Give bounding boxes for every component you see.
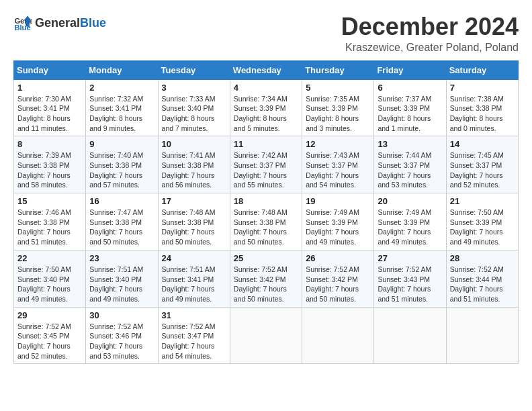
day-number: 8 — [17, 139, 82, 149]
day-number: 15 — [17, 196, 82, 206]
calendar-cell: 11 Sunrise: 7:42 AM Sunset: 3:37 PM Dayl… — [230, 136, 302, 193]
day-info: Sunrise: 7:52 AM Sunset: 3:42 PM Dayligh… — [234, 265, 298, 304]
day-number: 7 — [450, 83, 515, 93]
calendar-cell: 20 Sunrise: 7:49 AM Sunset: 3:39 PM Dayl… — [374, 193, 446, 250]
day-number: 13 — [378, 139, 442, 149]
calendar-cell: 6 Sunrise: 7:37 AM Sunset: 3:39 PM Dayli… — [374, 79, 446, 136]
calendar-cell — [374, 307, 446, 364]
day-info: Sunrise: 7:52 AM Sunset: 3:46 PM Dayligh… — [89, 322, 154, 361]
header: General Blue GeneralBlue December 2024 K… — [13, 13, 519, 54]
day-number: 9 — [89, 139, 154, 149]
day-number: 11 — [234, 139, 298, 149]
day-number: 27 — [378, 253, 442, 263]
calendar-cell: 15 Sunrise: 7:46 AM Sunset: 3:38 PM Dayl… — [14, 193, 86, 250]
day-info: Sunrise: 7:52 AM Sunset: 3:43 PM Dayligh… — [378, 265, 442, 304]
day-number: 12 — [306, 139, 370, 149]
day-info: Sunrise: 7:39 AM Sunset: 3:38 PM Dayligh… — [17, 150, 82, 190]
calendar-cell: 9 Sunrise: 7:40 AM Sunset: 3:38 PM Dayli… — [86, 136, 158, 193]
day-info: Sunrise: 7:33 AM Sunset: 3:40 PM Dayligh… — [162, 94, 226, 134]
day-info: Sunrise: 7:32 AM Sunset: 3:41 PM Dayligh… — [89, 94, 154, 134]
day-number: 3 — [162, 83, 226, 93]
day-info: Sunrise: 7:34 AM Sunset: 3:39 PM Dayligh… — [234, 94, 298, 134]
day-info: Sunrise: 7:49 AM Sunset: 3:39 PM Dayligh… — [378, 208, 442, 247]
month-title: December 2024 — [341, 13, 519, 40]
day-number: 20 — [378, 196, 442, 206]
day-number: 26 — [306, 253, 370, 263]
calendar-cell: 7 Sunrise: 7:38 AM Sunset: 3:38 PM Dayli… — [446, 79, 518, 136]
day-info: Sunrise: 7:48 AM Sunset: 3:38 PM Dayligh… — [162, 208, 226, 247]
calendar-week-4: 22 Sunrise: 7:50 AM Sunset: 3:40 PM Dayl… — [14, 250, 519, 307]
calendar-cell — [446, 307, 518, 364]
calendar-week-5: 29 Sunrise: 7:52 AM Sunset: 3:45 PM Dayl… — [14, 307, 519, 364]
day-info: Sunrise: 7:51 AM Sunset: 3:40 PM Dayligh… — [89, 265, 154, 304]
calendar-cell — [302, 307, 374, 364]
calendar-cell: 4 Sunrise: 7:34 AM Sunset: 3:39 PM Dayli… — [230, 79, 302, 136]
day-info: Sunrise: 7:41 AM Sunset: 3:38 PM Dayligh… — [162, 150, 226, 190]
day-info: Sunrise: 7:52 AM Sunset: 3:42 PM Dayligh… — [306, 265, 370, 304]
weekday-header-row: SundayMondayTuesdayWednesdayThursdayFrid… — [14, 60, 519, 79]
day-number: 17 — [162, 196, 226, 206]
weekday-header-friday: Friday — [374, 60, 446, 79]
day-info: Sunrise: 7:52 AM Sunset: 3:47 PM Dayligh… — [162, 322, 226, 361]
day-info: Sunrise: 7:45 AM Sunset: 3:37 PM Dayligh… — [450, 150, 515, 190]
day-info: Sunrise: 7:52 AM Sunset: 3:45 PM Dayligh… — [17, 322, 82, 361]
calendar-cell: 31 Sunrise: 7:52 AM Sunset: 3:47 PM Dayl… — [158, 307, 230, 364]
day-number: 24 — [162, 253, 226, 263]
calendar-cell: 22 Sunrise: 7:50 AM Sunset: 3:40 PM Dayl… — [14, 250, 86, 307]
day-number: 4 — [234, 83, 298, 93]
calendar-cell: 29 Sunrise: 7:52 AM Sunset: 3:45 PM Dayl… — [14, 307, 86, 364]
calendar-cell: 14 Sunrise: 7:45 AM Sunset: 3:37 PM Dayl… — [446, 136, 518, 193]
day-number: 1 — [17, 83, 82, 93]
calendar-cell: 17 Sunrise: 7:48 AM Sunset: 3:38 PM Dayl… — [158, 193, 230, 250]
day-info: Sunrise: 7:30 AM Sunset: 3:41 PM Dayligh… — [17, 94, 82, 134]
calendar-cell: 8 Sunrise: 7:39 AM Sunset: 3:38 PM Dayli… — [14, 136, 86, 193]
location-subtitle: Kraszewice, Greater Poland, Poland — [341, 42, 519, 54]
calendar-cell: 24 Sunrise: 7:51 AM Sunset: 3:41 PM Dayl… — [158, 250, 230, 307]
calendar-cell: 3 Sunrise: 7:33 AM Sunset: 3:40 PM Dayli… — [158, 79, 230, 136]
calendar-cell: 30 Sunrise: 7:52 AM Sunset: 3:46 PM Dayl… — [86, 307, 158, 364]
day-number: 18 — [234, 196, 298, 206]
calendar-cell: 25 Sunrise: 7:52 AM Sunset: 3:42 PM Dayl… — [230, 250, 302, 307]
calendar-cell: 19 Sunrise: 7:49 AM Sunset: 3:39 PM Dayl… — [302, 193, 374, 250]
day-info: Sunrise: 7:50 AM Sunset: 3:39 PM Dayligh… — [450, 208, 515, 247]
day-number: 21 — [450, 196, 515, 206]
calendar-cell: 21 Sunrise: 7:50 AM Sunset: 3:39 PM Dayl… — [446, 193, 518, 250]
day-number: 23 — [89, 253, 154, 263]
day-number: 31 — [162, 310, 226, 320]
calendar-cell: 27 Sunrise: 7:52 AM Sunset: 3:43 PM Dayl… — [374, 250, 446, 307]
logo-icon: General Blue — [13, 13, 32, 32]
day-info: Sunrise: 7:50 AM Sunset: 3:40 PM Dayligh… — [17, 265, 82, 304]
calendar-cell: 16 Sunrise: 7:47 AM Sunset: 3:38 PM Dayl… — [86, 193, 158, 250]
day-number: 10 — [162, 139, 226, 149]
day-info: Sunrise: 7:43 AM Sunset: 3:37 PM Dayligh… — [306, 150, 370, 190]
day-number: 22 — [17, 253, 82, 263]
day-info: Sunrise: 7:42 AM Sunset: 3:37 PM Dayligh… — [234, 150, 298, 190]
title-section: December 2024 Kraszewice, Greater Poland… — [341, 13, 519, 54]
calendar-cell: 10 Sunrise: 7:41 AM Sunset: 3:38 PM Dayl… — [158, 136, 230, 193]
day-number: 30 — [89, 310, 154, 320]
calendar-cell: 28 Sunrise: 7:52 AM Sunset: 3:44 PM Dayl… — [446, 250, 518, 307]
calendar-cell: 13 Sunrise: 7:44 AM Sunset: 3:37 PM Dayl… — [374, 136, 446, 193]
logo-general: General — [35, 16, 80, 30]
day-info: Sunrise: 7:40 AM Sunset: 3:38 PM Dayligh… — [89, 150, 154, 190]
calendar-week-2: 8 Sunrise: 7:39 AM Sunset: 3:38 PM Dayli… — [14, 136, 519, 193]
day-info: Sunrise: 7:51 AM Sunset: 3:41 PM Dayligh… — [162, 265, 226, 304]
day-number: 16 — [89, 196, 154, 206]
calendar-cell: 26 Sunrise: 7:52 AM Sunset: 3:42 PM Dayl… — [302, 250, 374, 307]
calendar-cell: 2 Sunrise: 7:32 AM Sunset: 3:41 PM Dayli… — [86, 79, 158, 136]
day-info: Sunrise: 7:35 AM Sunset: 3:39 PM Dayligh… — [306, 94, 370, 134]
day-info: Sunrise: 7:48 AM Sunset: 3:38 PM Dayligh… — [234, 208, 298, 247]
day-number: 6 — [378, 83, 442, 93]
calendar-cell: 18 Sunrise: 7:48 AM Sunset: 3:38 PM Dayl… — [230, 193, 302, 250]
day-number: 25 — [234, 253, 298, 263]
day-info: Sunrise: 7:46 AM Sunset: 3:38 PM Dayligh… — [17, 208, 82, 247]
day-info: Sunrise: 7:49 AM Sunset: 3:39 PM Dayligh… — [306, 208, 370, 247]
calendar-table: SundayMondayTuesdayWednesdayThursdayFrid… — [13, 60, 519, 365]
day-number: 29 — [17, 310, 82, 320]
day-number: 2 — [89, 83, 154, 93]
weekday-header-tuesday: Tuesday — [158, 60, 230, 79]
calendar-cell: 5 Sunrise: 7:35 AM Sunset: 3:39 PM Dayli… — [302, 79, 374, 136]
day-number: 5 — [306, 83, 370, 93]
logo-blue: Blue — [80, 16, 106, 30]
day-number: 28 — [450, 253, 515, 263]
